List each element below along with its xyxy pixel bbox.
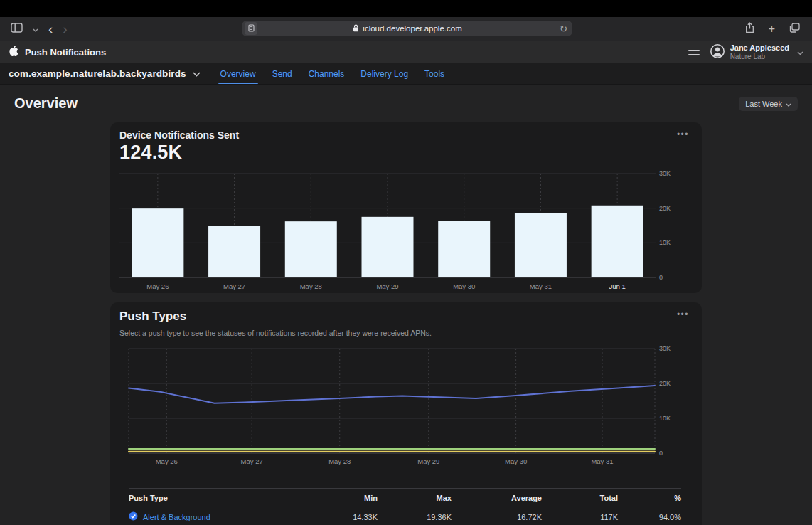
share-icon [745,22,754,36]
more-options-icon: ••• [677,129,689,139]
svg-text:May 28: May 28 [328,457,351,465]
app-header: Push Notifications Jane Appleseed Nature… [0,41,812,63]
tabs-overview-icon [789,23,800,35]
percent-cell: 94.0% [618,513,681,521]
svg-text:10K: 10K [659,239,671,246]
apple-logo-icon [9,45,19,60]
browser-toolbar: ‹ › icloud.developer.apple.com ↻ [0,17,812,41]
bar-chart: 010K20K30KMay 26May 27May 28May 29May 30… [119,171,693,296]
sidebar-chevron-button[interactable] [29,22,42,36]
max-cell: 19.36K [378,513,452,521]
lock-icon [353,24,359,33]
avatar-icon [710,43,725,61]
chevron-down-icon [797,47,803,58]
svg-text:May 26: May 26 [146,282,169,290]
push-types-table: Push Type Min Max Average Total % Alert … [129,488,681,525]
push-type-link[interactable]: Alert & Background [143,513,210,521]
card-options-button[interactable]: ••• [674,127,692,142]
column-header-min: Min [299,494,378,502]
chevron-down-icon [193,68,201,79]
date-range-selector[interactable]: Last Week [739,97,798,111]
user-name: Jane Appleseed [730,43,789,53]
page-icon [248,23,255,34]
svg-text:10K: 10K [659,415,671,422]
more-options-icon: ••• [677,309,689,319]
tab-delivery-log[interactable]: Delivery Log [358,63,410,84]
app-title: Push Notifications [25,47,106,58]
min-cell: 14.33K [299,513,378,521]
back-button[interactable]: ‹ [45,21,56,37]
new-tab-button[interactable]: + [765,22,779,36]
page-title: Overview [14,95,78,112]
context-bar: com.example.naturelab.backyardbirds Over… [0,63,812,85]
check-circle-icon [129,511,138,522]
chevron-down-icon [33,23,38,34]
date-range-label: Last Week [745,100,782,108]
column-header-percent: % [618,494,681,502]
svg-text:May 30: May 30 [505,457,527,465]
share-button[interactable] [742,21,758,37]
forward-button[interactable]: › [59,21,70,37]
svg-text:0: 0 [659,274,663,281]
svg-text:Jun 1: Jun 1 [609,282,626,290]
column-header-total: Total [542,494,618,502]
line-chart: 010K20K30KMay 26May 27May 28May 29May 30… [119,346,693,471]
tab-overview[interactable]: Overview [218,63,258,84]
table-header-row: Push Type Min Max Average Total % [129,488,681,507]
push-types-card: ••• Push Types Select a push type to see… [110,302,702,525]
svg-text:20K: 20K [659,205,671,212]
header-right-group: Jane Appleseed Nature Lab [685,43,803,61]
reload-icon: ↻ [560,23,567,34]
svg-text:30K: 30K [659,346,671,352]
chevron-down-icon [786,100,791,108]
sidebar-toggle-button[interactable] [7,21,26,36]
card-title: Push Types [119,309,693,324]
svg-text:May 30: May 30 [453,282,475,290]
svg-text:30K: 30K [659,171,671,177]
svg-text:May 29: May 29 [376,282,398,290]
bundle-id: com.example.naturelab.backyardbirds [9,68,186,79]
user-org: Nature Lab [730,53,765,61]
page-header: Overview Last Week [0,85,812,122]
device-notifications-card: ••• Device Notifications Sent 124.5K 010… [110,122,702,293]
column-header-average: Average [452,494,542,502]
svg-text:May 26: May 26 [156,457,178,465]
svg-text:May 27: May 27 [241,457,263,465]
tab-tools[interactable]: Tools [422,63,447,84]
page-settings-button[interactable] [245,22,257,35]
user-menu[interactable]: Jane Appleseed Nature Lab [710,43,803,61]
mac-titlebar [0,0,812,17]
card-options-button[interactable]: ••• [674,307,692,322]
bundle-id-selector[interactable]: com.example.naturelab.backyardbirds [9,68,201,79]
card-subtitle: Select a push type to see the statuses o… [119,329,693,337]
svg-text:May 27: May 27 [223,282,245,290]
toolbar-right-group: + [742,17,803,41]
svg-text:0: 0 [659,450,663,457]
card-title: Device Notifications Sent [119,129,693,141]
svg-text:May 28: May 28 [300,282,322,290]
forward-icon: › [63,22,67,36]
tab-send[interactable]: Send [270,63,294,84]
url-text: icloud.developer.apple.com [363,24,461,33]
section-tabs: Overview Send Channels Delivery Log Tool… [218,63,447,84]
toolbar-left-group: ‹ › [7,17,71,41]
push-type-cell: Alert & Background [129,511,299,522]
svg-text:May 31: May 31 [591,457,613,465]
tab-overview-button[interactable] [786,21,803,36]
hamburger-icon [688,50,700,55]
average-cell: 16.72K [452,513,542,521]
address-bar[interactable]: icloud.developer.apple.com ↻ [242,21,572,36]
tab-channels[interactable]: Channels [306,63,347,84]
sidebar-icon [11,23,23,35]
back-icon: ‹ [48,22,53,36]
total-cell: 117K [542,513,618,521]
reload-button[interactable]: ↻ [557,23,570,34]
notifications-total: 124.5K [119,142,693,164]
svg-text:20K: 20K [659,380,671,387]
svg-text:May 29: May 29 [417,457,439,465]
column-header-push-type: Push Type [129,494,299,502]
plus-icon: + [769,23,775,35]
column-header-max: Max [378,494,452,502]
menu-button[interactable] [685,47,703,58]
user-text: Jane Appleseed Nature Lab [730,43,789,60]
